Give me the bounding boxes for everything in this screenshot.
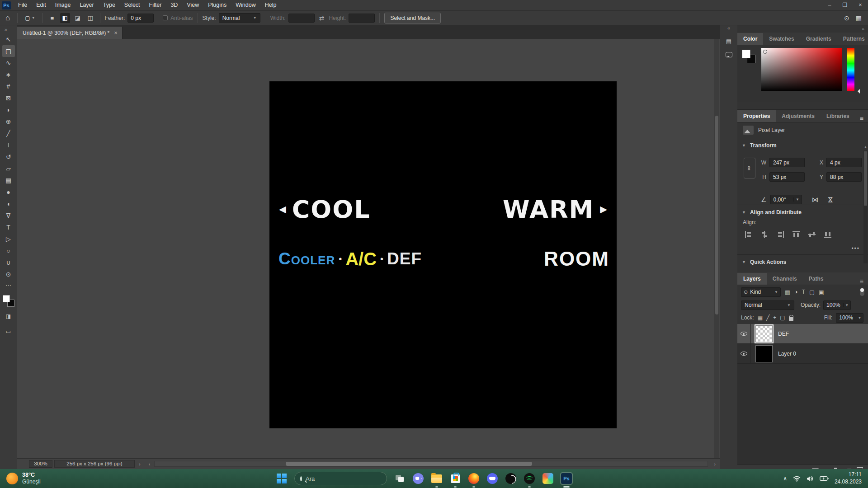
panel-menu-icon[interactable]: ≡ xyxy=(860,277,868,285)
menu-item[interactable]: Window xyxy=(231,0,260,10)
layer-visibility-toggle[interactable] xyxy=(737,324,751,343)
expand-panels-icon[interactable]: « xyxy=(727,25,730,33)
close-button[interactable]: × xyxy=(853,0,868,11)
align-section-header[interactable]: ▼ Align and Distribute xyxy=(737,205,868,218)
rectangular-marquee-tool[interactable]: ▢ xyxy=(2,45,15,57)
lock-all-icon[interactable] xyxy=(789,317,793,321)
screen-mode-icon[interactable]: ▭ xyxy=(2,326,15,338)
subtract-selection-button[interactable]: ◪ xyxy=(73,13,83,23)
foreground-background-colors[interactable] xyxy=(3,295,14,307)
menu-item[interactable]: 3D xyxy=(166,0,182,10)
crop-tool[interactable]: # xyxy=(2,80,15,92)
toolbar-collapse-icon[interactable]: » xyxy=(0,25,7,33)
comments-panel-icon[interactable] xyxy=(723,50,734,60)
clone-stamp-tool[interactable]: ⊤ xyxy=(2,139,15,151)
blend-mode-dropdown[interactable]: Normal ▼ xyxy=(741,300,794,310)
layer-thumbnail[interactable] xyxy=(755,325,773,343)
discord-icon[interactable] xyxy=(486,473,498,484)
menu-item[interactable]: Layer xyxy=(75,0,98,10)
close-icon[interactable]: × xyxy=(114,29,118,36)
menu-item[interactable]: Help xyxy=(260,0,281,10)
layer-filter-dropdown[interactable]: ⊙ Kind ▼ xyxy=(741,287,781,297)
ellipse-tool[interactable]: ○ xyxy=(2,245,15,257)
chat-icon[interactable] xyxy=(412,473,424,484)
color-cursor[interactable] xyxy=(763,50,767,54)
new-selection-button[interactable]: ■ xyxy=(47,13,57,23)
transform-height-input[interactable] xyxy=(769,172,805,182)
battery-charging-icon[interactable] xyxy=(820,476,829,481)
pen-tool[interactable]: ∇ xyxy=(2,210,15,221)
lock-transparent-pixels-icon[interactable]: ▦ xyxy=(758,314,763,321)
menu-item[interactable]: Edit xyxy=(32,0,51,10)
Layer 0[interactable]: Layer 0 xyxy=(737,344,868,364)
dodge-tool[interactable]: ◖ xyxy=(2,198,15,210)
flip-horizontal-icon[interactable]: ⋈ xyxy=(812,196,819,204)
hidden-icons-chevron[interactable]: ∧ xyxy=(783,475,787,482)
scrollbar-thumb[interactable] xyxy=(864,151,867,206)
volume-icon[interactable] xyxy=(807,476,814,482)
taskbar-search[interactable] xyxy=(294,472,387,485)
search-icon[interactable]: ⊙ xyxy=(844,14,849,22)
flip-vertical-icon[interactable]: ⋈ xyxy=(826,196,834,203)
photoshop-icon[interactable]: Ps xyxy=(561,473,572,484)
lasso-tool[interactable]: ∿ xyxy=(2,57,15,69)
scrollbar-thumb[interactable] xyxy=(286,462,532,466)
edit-toolbar-icon[interactable]: ⋯ xyxy=(5,282,11,289)
menu-item[interactable]: Type xyxy=(99,0,120,10)
menu-item[interactable]: Plugins xyxy=(203,0,231,10)
scrollbar-thumb[interactable] xyxy=(715,116,718,314)
hue-slider[interactable] xyxy=(847,48,854,91)
saturation-brightness-field[interactable] xyxy=(761,48,842,91)
xbox-icon[interactable] xyxy=(505,473,517,484)
spotify-icon[interactable] xyxy=(524,473,535,484)
eraser-tool[interactable]: ▱ xyxy=(2,163,15,174)
scroll-right-icon[interactable]: › xyxy=(710,461,720,467)
hand-tool[interactable]: ∪ xyxy=(2,257,15,268)
select-and-mask-button[interactable]: Select and Mask... xyxy=(384,13,441,23)
zoom-level-field[interactable]: 300% xyxy=(29,460,52,468)
height-input[interactable] xyxy=(349,14,375,23)
restore-button[interactable]: ❐ xyxy=(837,0,853,11)
feather-input[interactable] xyxy=(127,14,154,23)
firefox-icon[interactable] xyxy=(468,473,480,484)
path-selection-tool[interactable]: ▷ xyxy=(2,233,15,245)
menu-item[interactable]: Image xyxy=(51,0,75,10)
quick-mask-icon[interactable]: ◨ xyxy=(2,310,15,322)
fill-dropdown[interactable]: 100% ▼ xyxy=(836,313,863,323)
wifi-icon[interactable] xyxy=(793,476,801,482)
quick-selection-tool[interactable]: ∗ xyxy=(2,69,15,80)
more-options-icon[interactable]: ••• xyxy=(737,239,868,254)
layer-visibility-toggle[interactable] xyxy=(737,344,751,363)
file-explorer-icon[interactable] xyxy=(431,473,443,484)
align-top-edges-icon[interactable] xyxy=(793,230,800,239)
home-icon[interactable]: ⌂ xyxy=(3,14,13,23)
link-dimensions-button[interactable]: ∞ xyxy=(744,158,755,178)
blur-tool[interactable]: ● xyxy=(2,186,15,198)
menu-item[interactable]: File xyxy=(14,0,32,10)
healing-brush-tool[interactable]: ⊕ xyxy=(2,116,15,127)
task-view-icon[interactable] xyxy=(394,473,406,484)
search-input[interactable] xyxy=(306,475,385,482)
frame-tool[interactable]: ⊠ xyxy=(2,92,15,104)
lock-image-pixels-icon[interactable]: ╱ xyxy=(766,314,769,321)
menu-item[interactable]: Select xyxy=(120,0,145,10)
filter-shape-layers-icon[interactable]: ▢ xyxy=(809,289,815,296)
foreground-color-swatch[interactable] xyxy=(742,50,750,58)
scroll-left-icon[interactable]: ‹ xyxy=(145,461,155,467)
eyedropper-tool[interactable]: ◗ xyxy=(2,104,15,116)
vertical-scrollbar[interactable] xyxy=(714,39,719,458)
document-canvas[interactable]: ◄ COOL WARM ► Cooler • A/C • DEF ROOM xyxy=(269,81,617,428)
minimize-button[interactable]: – xyxy=(822,0,837,11)
horizontal-scrollbar[interactable] xyxy=(154,461,708,467)
add-selection-button[interactable]: ◧ xyxy=(60,13,70,23)
lock-artboard-icon[interactable]: ▢ xyxy=(780,314,785,321)
rotation-angle-input[interactable]: ▼ xyxy=(770,195,802,204)
DEF[interactable]: DEF xyxy=(737,324,868,344)
scroll-up-icon[interactable]: ▲ xyxy=(863,145,868,149)
quick-actions-section-header[interactable]: ▼ Quick Actions xyxy=(737,255,868,268)
chevron-down-icon[interactable]: ▼ xyxy=(793,197,802,202)
document-tab[interactable]: Untitled-1 @ 300% (DEF, RGB/8#) * × xyxy=(17,27,123,39)
align-left-edges-icon[interactable] xyxy=(745,231,753,238)
transform-width-input[interactable] xyxy=(769,158,805,167)
intersect-selection-button[interactable]: ◫ xyxy=(85,13,95,23)
